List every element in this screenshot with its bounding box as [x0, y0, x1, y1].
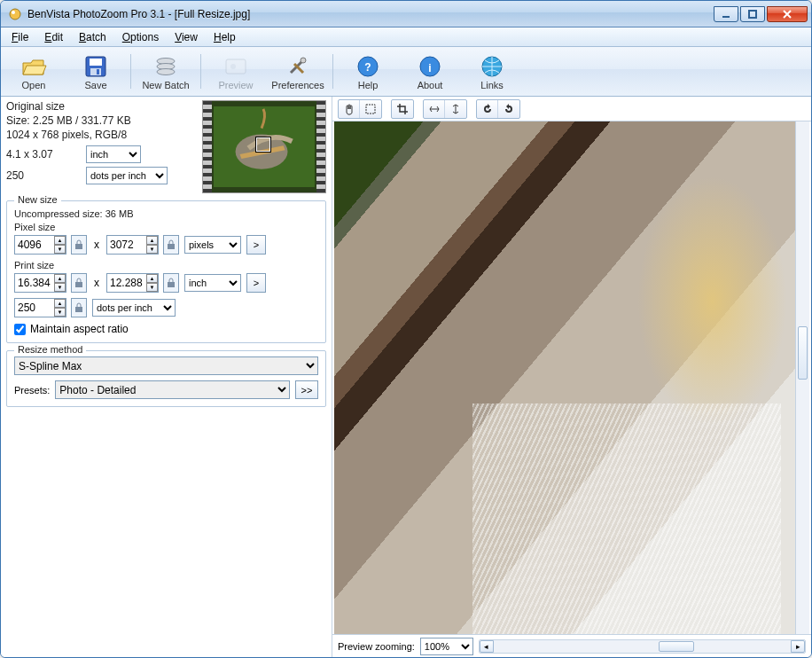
pixel-size-label: Pixel size: [14, 222, 318, 232]
new-batch-label: New Batch: [142, 80, 189, 90]
spin-up[interactable]: ▲: [54, 299, 66, 308]
scroll-right-button[interactable]: ▸: [791, 640, 805, 653]
spin-down[interactable]: ▼: [54, 245, 66, 254]
svg-text:?: ?: [364, 61, 371, 74]
menu-help-label: elp: [222, 31, 236, 43]
preview-button[interactable]: Preview: [206, 50, 266, 93]
preferences-button[interactable]: Preferences: [268, 50, 328, 93]
maximize-button[interactable]: [740, 6, 765, 22]
print-width-input[interactable]: ▲▼: [14, 273, 66, 293]
thumbnail-viewport-indicator[interactable]: [256, 137, 270, 152]
spin-down[interactable]: ▼: [54, 283, 66, 292]
spin-up[interactable]: ▲: [54, 236, 66, 245]
menu-file[interactable]: File: [4, 29, 35, 45]
pixel-go-button[interactable]: >: [246, 235, 266, 255]
resize-method-select[interactable]: S-Spline Max: [14, 356, 318, 375]
batch-stack-icon: [152, 54, 179, 79]
marquee-tool-button[interactable]: [360, 100, 381, 118]
original-unit-select[interactable]: inch: [86, 145, 141, 163]
aspect-ratio-checkbox[interactable]: Maintain aspect ratio: [14, 323, 318, 335]
titlebar[interactable]: BenVista PhotoZoom Pro 3.1 - [Full Resiz…: [1, 1, 811, 27]
print-unit-select[interactable]: inch: [184, 274, 241, 292]
scroll-left-button[interactable]: ◂: [480, 640, 494, 653]
hand-tool-button[interactable]: [339, 100, 360, 118]
menu-file-label: ile: [18, 31, 28, 43]
flip-horizontal-button[interactable]: [424, 100, 445, 118]
open-label: Open: [22, 80, 46, 90]
left-panel: Original size Size: 2.25 MB / 331.77 KB …: [1, 97, 332, 657]
rotate-left-button[interactable]: [477, 100, 498, 118]
resolution-unit-select[interactable]: dots per inch: [92, 299, 176, 317]
flip-vertical-button[interactable]: [445, 100, 466, 118]
spin-up[interactable]: ▲: [146, 274, 158, 283]
menu-view-label: iew: [182, 31, 198, 43]
svg-rect-22: [168, 244, 175, 249]
preview-icon: [223, 54, 249, 79]
presets-select[interactable]: Photo - Detailed: [55, 380, 290, 399]
spin-down[interactable]: ▼: [54, 308, 66, 317]
presets-more-button[interactable]: >>: [295, 380, 318, 399]
print-height-input[interactable]: ▲▼: [106, 273, 159, 293]
svg-rect-7: [97, 69, 99, 74]
crop-icon: [396, 103, 409, 115]
menu-options[interactable]: Options: [115, 29, 166, 45]
resolution-input[interactable]: ▲▼: [14, 298, 66, 317]
original-dpi-unit-select[interactable]: dots per inch: [86, 167, 168, 184]
menu-edit-label: dit: [51, 31, 63, 43]
zoom-select[interactable]: 100%: [420, 638, 473, 655]
pixel-width-input[interactable]: ▲▼: [14, 235, 66, 255]
menu-view[interactable]: View: [168, 29, 205, 45]
svg-rect-21: [75, 244, 82, 249]
tools-icon: [285, 54, 311, 79]
main-toolbar: Open Save New Batch Preview Preferences …: [1, 47, 811, 97]
zoom-label: Preview zooming:: [338, 641, 415, 652]
original-dpi-value: 250: [6, 169, 86, 183]
open-button[interactable]: Open: [4, 50, 64, 93]
filmstrip-right: [316, 101, 325, 192]
horizontal-scrollbar[interactable]: ◂ ▸: [479, 639, 806, 654]
print-go-button[interactable]: >: [246, 273, 266, 293]
aspect-ratio-input[interactable]: [14, 324, 26, 335]
vertical-scroll-thumb[interactable]: [798, 326, 808, 380]
lock-width-icon[interactable]: [71, 235, 87, 255]
horizontal-scroll-thumb[interactable]: [659, 641, 694, 652]
new-batch-button[interactable]: New Batch: [136, 50, 196, 93]
preview-viewport[interactable]: [334, 121, 809, 634]
times-label: x: [94, 239, 99, 251]
crop-tool-button[interactable]: [392, 100, 413, 118]
rotate-right-button[interactable]: [498, 100, 519, 118]
svg-rect-6: [90, 68, 101, 75]
vertical-scrollbar[interactable]: [795, 121, 809, 634]
spin-down[interactable]: ▼: [146, 245, 158, 254]
lock-height-icon[interactable]: [163, 235, 179, 255]
about-button[interactable]: i About: [400, 50, 460, 93]
lock-print-height-icon[interactable]: [163, 273, 179, 293]
links-button[interactable]: Links: [462, 50, 522, 93]
menu-help[interactable]: Help: [207, 29, 243, 45]
about-label: About: [418, 80, 443, 90]
lock-resolution-icon[interactable]: [71, 298, 87, 317]
pixel-unit-select[interactable]: pixels: [184, 236, 241, 254]
preview-image: [334, 121, 795, 634]
pixel-height-input[interactable]: ▲▼: [106, 235, 159, 255]
flip-horizontal-icon: [428, 103, 441, 115]
original-print-dims: 4.1 x 3.07: [6, 148, 86, 161]
menu-batch[interactable]: Batch: [72, 29, 113, 45]
help-button[interactable]: ? Help: [338, 50, 398, 93]
hand-icon: [343, 103, 355, 115]
close-button[interactable]: [767, 6, 808, 22]
spin-up[interactable]: ▲: [146, 236, 158, 245]
lock-print-width-icon[interactable]: [71, 273, 87, 293]
app-icon: [8, 7, 22, 21]
app-window: BenVista PhotoZoom Pro 3.1 - [Full Resiz…: [0, 0, 812, 658]
minimize-button[interactable]: [714, 6, 738, 22]
spin-up[interactable]: ▲: [54, 274, 66, 283]
menu-edit[interactable]: Edit: [37, 29, 70, 45]
spin-down[interactable]: ▼: [146, 283, 158, 292]
right-panel: Preview zooming: 100% ◂ ▸: [332, 97, 811, 657]
thumbnail-navigator[interactable]: [202, 100, 326, 193]
floppy-save-icon: [82, 54, 109, 79]
help-label: Help: [358, 80, 379, 90]
svg-text:i: i: [428, 62, 431, 74]
save-button[interactable]: Save: [66, 50, 126, 93]
